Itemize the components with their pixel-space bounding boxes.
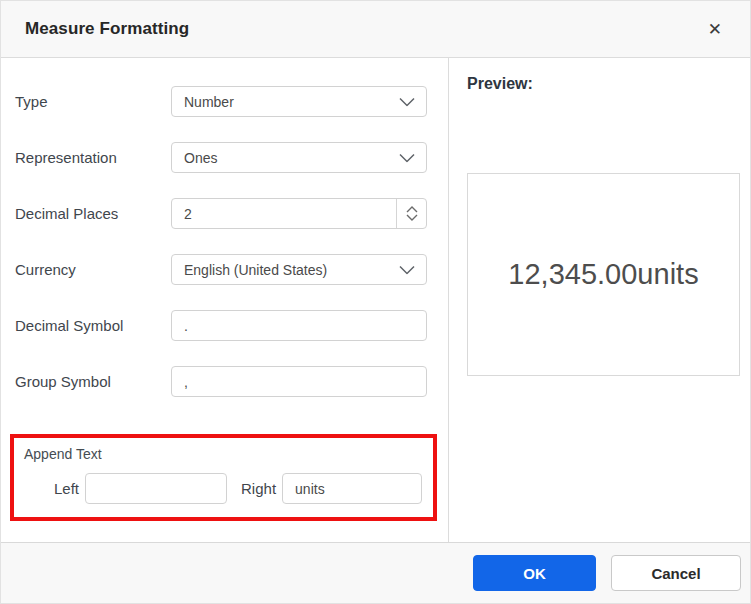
chevron-down-icon [399,153,415,162]
settings-panel: Type Number Representation Ones [1,58,448,542]
type-label: Type [15,93,171,110]
type-value: Number [172,94,234,110]
representation-dropdown[interactable]: Ones [171,142,427,173]
currency-value: English (United States) [172,262,327,278]
representation-value: Ones [172,150,217,166]
chevron-up-icon [406,206,418,213]
chevron-down-icon [406,214,418,221]
dialog-header: Measure Formatting ✕ [1,1,750,58]
preview-panel: Preview: 12,345.00units [448,58,750,542]
append-right-input[interactable] [282,473,422,504]
type-dropdown[interactable]: Number [171,86,427,117]
preview-value: 12,345.00units [508,258,698,291]
group-symbol-label: Group Symbol [15,373,171,390]
preview-label: Preview: [467,75,750,93]
decimal-places-label: Decimal Places [15,205,171,222]
chevron-down-icon [399,265,415,274]
ok-button[interactable]: OK [473,555,596,591]
append-right-label: Right [241,480,276,497]
currency-dropdown[interactable]: English (United States) [171,254,427,285]
decimal-symbol-input[interactable] [171,310,427,341]
currency-label: Currency [15,261,171,278]
dialog-body: Type Number Representation Ones [1,58,750,542]
stepper-buttons[interactable] [396,199,426,228]
field-row-currency: Currency English (United States) [1,254,448,285]
decimal-places-value[interactable]: 2 [172,206,396,222]
append-text-row: Left Right [14,473,433,504]
preview-box: 12,345.00units [467,173,740,376]
field-row-decimal-places: Decimal Places 2 [1,198,448,229]
field-row-representation: Representation Ones [1,142,448,173]
group-symbol-input[interactable] [171,366,427,397]
representation-label: Representation [15,149,171,166]
field-row-type: Type Number [1,86,448,117]
chevron-down-icon [399,97,415,106]
dialog-title: Measure Formatting [25,19,189,39]
append-left-label: Left [54,480,79,497]
field-row-group-symbol: Group Symbol [1,366,448,397]
close-icon[interactable]: ✕ [704,17,726,42]
decimal-places-stepper: 2 [171,198,427,229]
decimal-symbol-label: Decimal Symbol [15,317,171,334]
append-text-group: Append Text Left Right [10,434,437,521]
append-left-input[interactable] [85,473,227,504]
field-row-decimal-symbol: Decimal Symbol [1,310,448,341]
dialog-footer: OK Cancel [1,542,750,603]
measure-formatting-dialog: Measure Formatting ✕ Type Number Represe… [0,0,751,604]
cancel-button[interactable]: Cancel [611,555,741,591]
append-text-title: Append Text [14,438,433,462]
